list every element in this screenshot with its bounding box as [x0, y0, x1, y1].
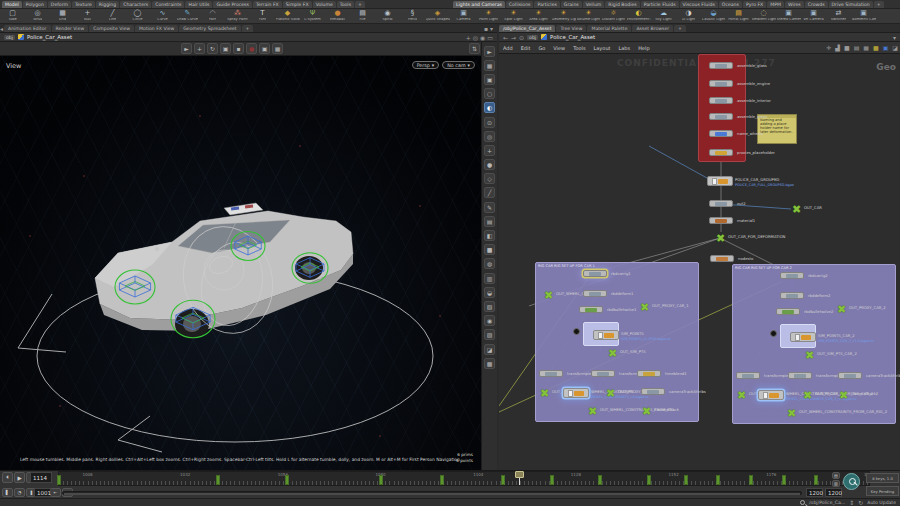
path-bar-icon[interactable]: ▭ — [487, 34, 493, 41]
shelf-tab-crowds[interactable]: Crowds — [805, 1, 828, 8]
display-option-icon[interactable]: ▣ — [484, 74, 495, 85]
display-option-icon[interactable]: ■ — [484, 244, 495, 255]
display-option-icon[interactable]: ✎ — [484, 202, 495, 213]
network-toolbar-icon[interactable]: ▦ — [863, 44, 869, 51]
timeline-ruler[interactable]: 100810321056108011041128115211761200 — [58, 471, 870, 486]
shelf-tab-particle-fluids[interactable]: Particle Fluids — [641, 1, 679, 8]
menu-view[interactable]: View — [549, 45, 569, 51]
node-cameratrackattribs2[interactable] — [838, 372, 862, 379]
shelf-tool-grid[interactable]: ▦Grid — [50, 9, 75, 23]
node-police-car-grouped[interactable] — [707, 176, 733, 186]
projection-menu[interactable]: Persp▾ — [412, 61, 440, 69]
shelf-tab-polygon[interactable]: Polygon — [23, 1, 47, 8]
node-assemble-glass[interactable] — [709, 62, 733, 69]
pane-tab-motion-fx-view[interactable]: Motion FX View — [135, 25, 178, 32]
node-transformpieces3[interactable] — [788, 372, 812, 379]
display-option-icon[interactable]: ◇ — [484, 173, 495, 184]
viewport-tool-icon[interactable]: ▣ — [259, 43, 270, 54]
playback-range-slider[interactable] — [62, 491, 802, 495]
display-option-icon[interactable]: ● — [484, 159, 495, 170]
shelf-tab-lights-and-cameras[interactable]: Lights and Cameras — [453, 1, 505, 8]
current-frame-field[interactable]: 1114 — [30, 472, 52, 483]
viewport-tool-icon[interactable]: ⇅ — [469, 43, 480, 54]
pane-tab-tree-view[interactable]: Tree View — [556, 25, 586, 32]
shelf-tool-draw-curve[interactable]: ✎Draw Curve — [175, 9, 200, 23]
node-cameratrackattribs[interactable] — [641, 388, 665, 395]
display-option-icon[interactable]: ○ — [484, 88, 495, 99]
display-option-icon[interactable]: ▨ — [484, 329, 495, 340]
keyframe-marker[interactable] — [379, 475, 382, 485]
display-option-icon[interactable]: ▩ — [484, 358, 495, 369]
keyframe-marker[interactable] — [684, 475, 687, 485]
pane-tab-animation-editor[interactable]: Animation Editor — [4, 25, 50, 32]
node-dot[interactable] — [573, 328, 580, 335]
shelf-tab-oceans[interactable]: Oceans — [719, 1, 742, 8]
node-cameratrack2[interactable]: ✖ — [838, 390, 849, 401]
network-box[interactable] — [698, 54, 746, 162]
breadcrumb[interactable]: Police_Car_Asset — [27, 34, 72, 40]
shelf-tab-grains[interactable]: Grains — [561, 1, 582, 8]
playbar-option-icon[interactable]: ▌ — [2, 488, 13, 497]
display-option-icon[interactable]: ◪ — [484, 344, 495, 355]
viewport-tool-icon[interactable]: ● — [246, 43, 257, 54]
breadcrumb[interactable]: Police_Car_Asset — [550, 34, 595, 40]
node-wheel-constraints[interactable] — [563, 388, 589, 398]
range-end-field[interactable]: 1200 — [806, 488, 823, 497]
node-out2[interactable] — [709, 200, 733, 207]
path-bar-icon[interactable]: ◎ — [473, 34, 478, 41]
display-option-icon[interactable]: ▥ — [484, 273, 495, 284]
keyframe-marker[interactable] — [550, 475, 553, 485]
viewport-tool-icon[interactable]: + — [194, 43, 205, 54]
node-rbdbulletsolve2[interactable] — [776, 308, 800, 315]
node-dot[interactable] — [770, 330, 777, 337]
shelf-tab-rigid-bodies[interactable]: Rigid Bodies — [605, 1, 639, 8]
shelf-tab-wires[interactable]: Wires — [785, 1, 804, 8]
shelf-tab-characters[interactable]: Characters — [120, 1, 151, 8]
node-sim-points[interactable] — [593, 330, 619, 340]
shelf-tab-volume[interactable]: Volume — [313, 1, 336, 8]
viewport-tool-icon[interactable]: ↻ — [207, 43, 218, 54]
node-wheel-constraints-car-2[interactable] — [758, 390, 784, 400]
node-out-wheel-constraints-from-car-rig-2[interactable]: ✖ — [786, 408, 797, 419]
shelf-tool-caustic-light[interactable]: ◒Caustic Light — [701, 9, 726, 23]
range-start-field[interactable]: 1001 — [34, 488, 51, 497]
node-rbddeform2[interactable] — [780, 292, 804, 299]
shelf-tool-vr-camera[interactable]: ▣VR Camera — [801, 9, 826, 23]
shelf-tab-rigging[interactable]: Rigging — [96, 1, 119, 8]
shelf-tool-null[interactable]: +Null — [75, 9, 100, 23]
back-icon[interactable]: ← — [503, 34, 508, 41]
display-option-icon[interactable]: ◧ — [484, 230, 495, 241]
node-out-wheel-constrain[interactable]: ✖ — [543, 290, 554, 301]
keyframe-marker[interactable] — [58, 475, 61, 485]
keyframe-marker[interactable] — [782, 475, 785, 485]
node-sim-points-car-2[interactable] — [790, 332, 816, 342]
shelf-tab-drive-simulation[interactable]: Drive Simulation — [829, 1, 873, 8]
shelf-tab-model[interactable]: Model — [2, 1, 22, 8]
playbar-option-icon[interactable]: ◔ — [14, 488, 25, 497]
shelf-tab-collisions[interactable]: Collisions — [506, 1, 534, 8]
shelf-tab-hair-utils[interactable]: Hair Utils — [185, 1, 212, 8]
shelf-tool-point-light[interactable]: ☀Point Light — [476, 9, 501, 23]
network-toolbar-icon[interactable]: ▟ — [835, 44, 840, 51]
display-option-icon[interactable]: ◐ — [484, 102, 495, 113]
menu-go[interactable]: Go — [534, 45, 549, 51]
node-out-proxy-car-2[interactable]: ✖ — [836, 304, 847, 315]
search-icon[interactable] — [800, 500, 805, 505]
shelf-tab--[interactable]: + — [874, 1, 884, 8]
node-rbddeform1[interactable] — [583, 290, 607, 297]
playhead-flag[interactable] — [515, 471, 524, 478]
shelf-tool-quick-shapes[interactable]: ◈Quick Shapes — [425, 9, 450, 23]
shelf-tool-helix[interactable]: §Helix — [400, 9, 425, 23]
display-option-icon[interactable]: + — [484, 145, 495, 156]
shelf-tab-guide-process[interactable]: Guide Process — [213, 1, 251, 8]
playback-button[interactable]: ⏴ — [2, 472, 13, 483]
node-cameratrack[interactable]: ✖ — [641, 406, 652, 417]
keyframe-marker[interactable] — [717, 475, 720, 485]
node-name-wheels[interactable] — [709, 130, 733, 137]
pane-tab-geometry-spreadsheet[interactable]: Geometry Spreadsheet — [179, 25, 240, 32]
shelf-tool-spray-paint[interactable]: ⁂Spray Paint — [225, 9, 250, 23]
shelf-tab-terrain-fx[interactable]: Terrain FX — [253, 1, 282, 8]
node-assemble-interior[interactable] — [709, 97, 733, 104]
shelf-tool-font[interactable]: TFont — [250, 9, 275, 23]
shelf-tool-portal-light[interactable]: ▤Portal Light — [726, 9, 751, 23]
